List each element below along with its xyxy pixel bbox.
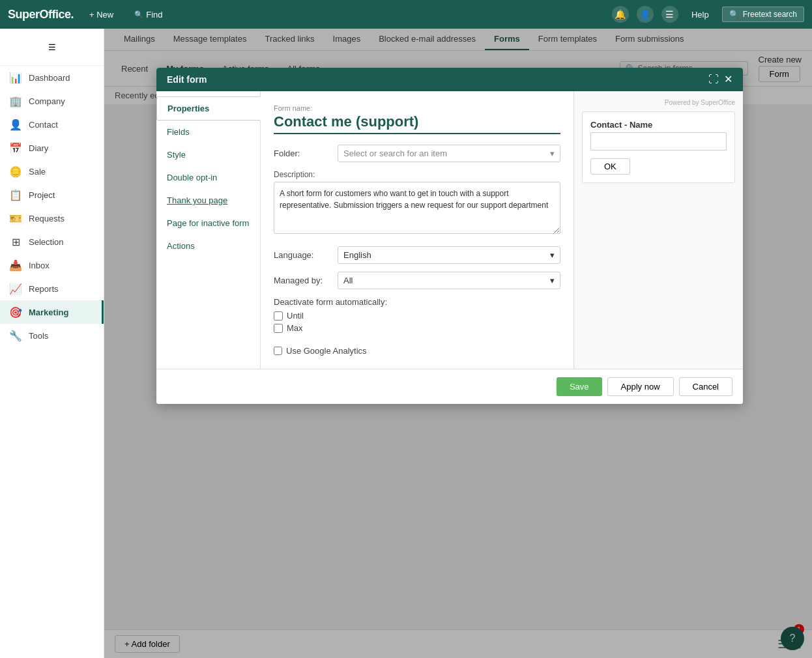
modal-sidebar-actions[interactable]: Actions	[156, 235, 260, 257]
modal-sidebar-page-inactive[interactable]: Page for inactive form	[156, 212, 260, 235]
folder-dropdown[interactable]: Select or search for an item ▾	[338, 145, 560, 162]
deactivate-section: Deactivate form automatically: Until Max	[274, 297, 560, 333]
modal-footer: Save Apply now Cancel	[156, 369, 743, 404]
folder-row: Folder: Select or search for an item ▾	[274, 145, 560, 162]
managed-by-value: All	[343, 276, 353, 285]
sidebar-item-contact[interactable]: 👤 Contact	[0, 113, 104, 136]
modal-title: Edit form	[167, 74, 207, 85]
modal-header-actions: ⛶ ✕	[708, 74, 732, 85]
sidebar-item-label: Tools	[29, 331, 48, 341]
description-section: Description: A short form for customers …	[274, 170, 560, 236]
diary-icon: 📅	[9, 141, 22, 154]
language-value: English	[343, 250, 371, 260]
language-dropdown[interactable]: English ▾	[338, 246, 560, 264]
modal-form-content: Form name: Contact me (support) Folder: …	[261, 91, 573, 369]
description-label: Description:	[274, 170, 560, 179]
sidebar-item-tools[interactable]: 🔧 Tools	[0, 324, 104, 347]
sidebar-item-inbox[interactable]: 📥 Inbox	[0, 253, 104, 277]
form-name-label: Form name:	[274, 104, 560, 112]
preview-field-label: Contact - Name	[590, 120, 727, 130]
help-button[interactable]: Help	[686, 7, 714, 22]
modal-header: Edit form ⛶ ✕	[156, 68, 743, 91]
app-logo: SuperOffice.	[8, 8, 74, 21]
modal-close-button[interactable]: ✕	[724, 74, 732, 85]
save-button[interactable]: Save	[557, 377, 602, 396]
sidebar-item-label: Project	[29, 190, 55, 200]
google-analytics-label: Use Google Analytics	[286, 346, 367, 356]
folder-label: Folder:	[274, 149, 332, 158]
google-analytics-row: Use Google Analytics	[274, 346, 560, 356]
marketing-icon: 🎯	[9, 306, 22, 319]
user-icon[interactable]: 👤	[637, 6, 654, 23]
language-row: Language: English ▾	[274, 246, 560, 264]
sidebar-item-sale[interactable]: 🪙 Sale	[0, 160, 104, 183]
google-analytics-checkbox[interactable]	[274, 347, 282, 355]
modal-sidebar-thank-you[interactable]: Thank you page	[156, 189, 260, 212]
chevron-down-icon: ▾	[550, 250, 555, 260]
sidebar-item-label: Company	[29, 96, 65, 106]
sidebar-item-project[interactable]: 📋 Project	[0, 183, 104, 207]
form-name-section: Form name: Contact me (support)	[274, 104, 560, 134]
modal-sidebar-fields[interactable]: Fields	[156, 121, 260, 143]
managed-by-dropdown[interactable]: All ▾	[338, 272, 560, 289]
project-icon: 📋	[9, 188, 22, 201]
until-row: Until	[274, 311, 560, 321]
sidebar-item-selection[interactable]: ⊞ Selection	[0, 230, 104, 253]
preview-card: Contact - Name OK	[582, 111, 735, 183]
chevron-down-icon: ▾	[550, 149, 555, 158]
sidebar-top: ☰	[0, 29, 104, 66]
selection-icon: ⊞	[9, 235, 22, 248]
max-label: Max	[287, 323, 303, 333]
description-textarea[interactable]: A short form for customers who want to g…	[274, 182, 560, 234]
top-navigation: SuperOffice. + New 🔍 Find 🔔 👤 ☰ Help 🔍 F…	[0, 0, 812, 29]
sidebar-item-marketing[interactable]: 🎯 Marketing	[0, 300, 104, 324]
modal-sidebar-style[interactable]: Style	[156, 143, 260, 166]
until-label: Until	[287, 311, 304, 321]
sidebar-item-dashboard[interactable]: 📊 Dashboard	[0, 66, 104, 89]
find-button[interactable]: 🔍 Find	[129, 7, 167, 22]
edit-form-modal: Edit form ⛶ ✕ Properties Fields Style Do…	[156, 68, 743, 404]
tools-icon: 🔧	[9, 329, 22, 342]
new-button[interactable]: + New	[84, 7, 119, 22]
modal-sidebar: Properties Fields Style Double opt-in Th…	[156, 91, 261, 369]
sidebar-item-label: Contact	[29, 120, 58, 130]
sidebar-item-requests[interactable]: 🎫 Requests	[0, 207, 104, 230]
folder-placeholder: Select or search for an item	[343, 149, 447, 158]
apply-now-button[interactable]: Apply now	[607, 377, 674, 396]
sidebar-item-company[interactable]: 🏢 Company	[0, 89, 104, 113]
max-checkbox[interactable]	[274, 324, 283, 333]
modal-overlay: Edit form ⛶ ✕ Properties Fields Style Do…	[104, 29, 812, 658]
managed-by-row: Managed by: All ▾	[274, 272, 560, 289]
main-layout: ☰ 📊 Dashboard 🏢 Company 👤 Contact 📅 Diar…	[0, 29, 812, 658]
powered-by-label: Powered by SuperOffice	[582, 99, 735, 106]
sidebar-item-label: Diary	[29, 143, 48, 153]
sidebar-item-label: Requests	[29, 214, 65, 223]
modal-sidebar-properties[interactable]: Properties	[156, 96, 261, 121]
sidebar-item-label: Reports	[29, 284, 59, 294]
inbox-icon: 📥	[9, 259, 22, 272]
language-label: Language:	[274, 250, 332, 260]
sidebar-item-reports[interactable]: 📈 Reports	[0, 277, 104, 300]
managed-by-label: Managed by:	[274, 276, 332, 285]
modal-sidebar-double-optin[interactable]: Double opt-in	[156, 166, 260, 189]
reports-icon: 📈	[9, 282, 22, 295]
sidebar: ☰ 📊 Dashboard 🏢 Company 👤 Contact 📅 Diar…	[0, 29, 104, 658]
freetext-search-button[interactable]: 🔍 Freetext search	[722, 7, 804, 22]
dashboard-icon: 📊	[9, 71, 22, 84]
modal-body: Properties Fields Style Double opt-in Th…	[156, 91, 743, 369]
sidebar-item-label: Selection	[29, 237, 63, 247]
menu-icon[interactable]: ☰	[661, 6, 678, 23]
sidebar-item-diary[interactable]: 📅 Diary	[0, 136, 104, 160]
sidebar-item-label: Dashboard	[29, 73, 70, 83]
sidebar-toggle-icon[interactable]: ☰	[39, 34, 65, 60]
content-area: Mailings Message templates Tracked links…	[104, 29, 812, 658]
sidebar-item-label: Marketing	[29, 308, 68, 317]
modal-expand-button[interactable]: ⛶	[708, 74, 719, 85]
cancel-button[interactable]: Cancel	[679, 377, 732, 396]
preview-ok-button[interactable]: OK	[590, 158, 630, 175]
notifications-icon[interactable]: 🔔	[612, 6, 629, 23]
until-checkbox[interactable]	[274, 311, 283, 321]
modal-preview-panel: Powered by SuperOffice Contact - Name OK	[573, 91, 743, 369]
chevron-down-icon: ▾	[550, 276, 555, 285]
max-row: Max	[274, 323, 560, 333]
